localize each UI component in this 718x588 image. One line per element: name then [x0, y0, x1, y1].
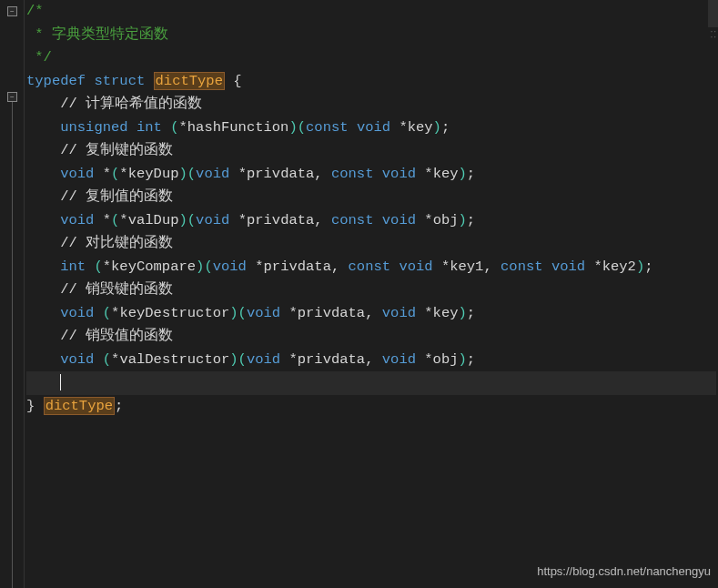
comment-vdes: // 销毁值的函数	[60, 328, 173, 344]
type-name: dictType	[154, 72, 225, 90]
fn-keyDup: keyDup	[128, 166, 179, 182]
fn-valDup: valDup	[128, 212, 179, 228]
fn-keyCompare: keyCompare	[111, 259, 196, 275]
fn-keyDestructor: keyDestructor	[119, 305, 229, 321]
code-text-area[interactable]: /* * 字典类型特定函数 */ typedef struct dictType…	[25, 0, 718, 588]
keyword-struct: struct	[94, 73, 145, 89]
fold-gutter: − −	[0, 0, 25, 588]
fold-handle-icon[interactable]: −	[7, 6, 17, 16]
watermark-text: https://blog.csdn.net/nanchengyu	[537, 560, 711, 583]
comment-block-open: /*	[26, 3, 44, 19]
comment-block-close: */	[26, 49, 52, 66]
cursor-line[interactable]	[26, 371, 716, 395]
fn-valDestructor: valDestructor	[119, 351, 229, 368]
fold-handle-icon[interactable]: −	[7, 92, 17, 102]
text-cursor	[60, 374, 61, 390]
comment-keydup: // 复制键的函数	[60, 142, 173, 158]
comment-hash: // 计算哈希值的函数	[60, 96, 202, 112]
fn-hashFunction: hashFunction	[187, 119, 289, 136]
comment-valdup: // 复制值的函数	[60, 188, 173, 205]
fold-guide-line	[12, 102, 13, 588]
code-editor[interactable]: − − /* * 字典类型特定函数 */ typedef struct dict…	[0, 0, 718, 588]
minimap-icon: ∙∙∙∙	[709, 29, 716, 40]
comment-block-body: * 字典类型特定函数	[26, 26, 168, 43]
comment-kdes: // 销毁键的函数	[60, 281, 173, 298]
comment-cmp: // 对比键的函数	[60, 235, 173, 251]
keyword-typedef: typedef	[26, 73, 86, 89]
type-name-close: dictType	[44, 397, 115, 415]
minimap-scrollbar[interactable]	[708, 0, 718, 27]
